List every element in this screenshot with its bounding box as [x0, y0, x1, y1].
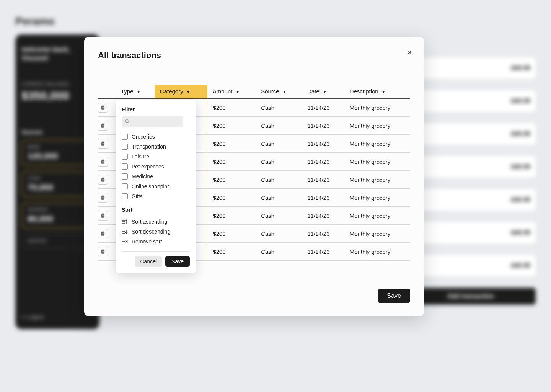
txn-row[interactable]: -$40.99 [406, 156, 536, 178]
col-header-amount[interactable]: Amount ▼ [207, 85, 256, 99]
txn-row[interactable]: -$40.99 [406, 123, 536, 145]
logout-button[interactable]: ↩ Logout [21, 314, 44, 320]
source-name: BANK [28, 144, 87, 150]
filter-option[interactable]: Transportation [122, 142, 190, 152]
filter-option[interactable]: Pet expenses [122, 162, 190, 172]
source-amount: 80,000 [28, 214, 87, 224]
filter-icon: ▼ [186, 90, 191, 94]
source-card-savings[interactable]: SAVINGS 80,000 [21, 203, 93, 229]
txn-row[interactable]: -$40.99 [406, 189, 536, 211]
source-card-bank[interactable]: BANK 120,000 [21, 140, 93, 166]
sort-asc-label: Sort ascending [132, 219, 167, 225]
txn-row[interactable]: -$40.99 [406, 57, 536, 79]
checkbox[interactable] [122, 193, 128, 199]
cell-description: Monthly grocery [344, 207, 410, 225]
filter-option-label: Pet expenses [132, 163, 164, 170]
checkbox[interactable] [122, 144, 128, 150]
delete-row-button[interactable] [98, 175, 108, 185]
sort-ascending-option[interactable]: Sort ascending [122, 217, 190, 227]
txn-amount: -$40.99 [510, 131, 530, 137]
close-icon: ✕ [407, 49, 412, 56]
cell-description: Monthly grocery [344, 117, 410, 135]
checkbox[interactable] [122, 134, 128, 140]
filter-option[interactable]: Leisure [122, 152, 190, 162]
svg-point-45 [126, 120, 129, 123]
sort-descending-option[interactable]: Sort descending [122, 227, 190, 237]
sort-remove-option[interactable]: Remove sort [122, 237, 190, 247]
close-button[interactable]: ✕ [407, 48, 412, 57]
delete-row-button[interactable] [98, 211, 108, 220]
filter-option-label: Gifts [132, 193, 143, 199]
delete-row-button[interactable] [98, 121, 108, 131]
sort-desc-icon [122, 229, 128, 234]
cell-source: Cash [256, 189, 302, 207]
delete-row-button[interactable] [98, 193, 108, 203]
cell-amount: $200 [207, 135, 256, 153]
modal-save-button[interactable]: Save [378, 289, 410, 303]
balance-amount: $350,000 [21, 89, 93, 102]
search-icon [125, 119, 129, 125]
delete-row-button[interactable] [98, 157, 108, 167]
svg-line-46 [128, 122, 129, 123]
sort-heading: Sort [122, 207, 190, 213]
svg-rect-40 [102, 250, 104, 253]
cell-source: Cash [256, 243, 302, 261]
source-name: CRYPTO [28, 238, 87, 244]
cell-source: Cash [256, 171, 302, 189]
filter-option-label: Groceries [132, 134, 155, 140]
source-card-crypto[interactable]: CRYPTO [21, 234, 93, 248]
filter-option[interactable]: Online shopping [122, 181, 190, 191]
delete-row-button[interactable] [98, 139, 108, 149]
col-header-date[interactable]: Date ▼ [302, 85, 344, 99]
svg-rect-30 [102, 214, 104, 217]
col-header-category[interactable]: Category ▼ [155, 85, 207, 99]
welcome-text: welcome back, Vincent! [21, 45, 93, 63]
txn-row[interactable]: -$40.99 [406, 90, 536, 112]
svg-rect-15 [102, 160, 104, 163]
txn-row[interactable]: -$40.99 [406, 255, 536, 276]
filter-option[interactable]: Medicine [122, 172, 190, 181]
checkbox[interactable] [122, 154, 128, 160]
transactions-table-wrap: Type ▼ Category ▼ Amount ▼ Source ▼ [98, 85, 410, 261]
delete-row-button[interactable] [98, 229, 108, 238]
checkbox[interactable] [122, 183, 128, 189]
save-button[interactable]: Save [165, 256, 190, 267]
delete-row-button[interactable] [98, 247, 108, 256]
delete-row-button[interactable] [98, 103, 108, 113]
sort-asc-icon [122, 219, 128, 224]
txn-row[interactable]: -$40.99 [406, 222, 536, 243]
txn-amount: -$40.99 [510, 196, 530, 203]
cell-date: 11/14/23 [302, 153, 344, 171]
source-amount: 120,000 [28, 151, 87, 161]
sort-remove-label: Remove sort [132, 238, 162, 245]
filter-search-input[interactable] [122, 116, 183, 127]
col-header-source[interactable]: Source ▼ [256, 85, 302, 99]
source-card-cash[interactable]: CASH 70,000 [21, 171, 93, 197]
trash-icon [100, 177, 106, 182]
cancel-button[interactable]: Cancel [135, 256, 162, 267]
filter-option[interactable]: Gifts [122, 191, 190, 201]
txn-amount: -$40.99 [510, 262, 530, 269]
svg-rect-20 [102, 178, 104, 181]
cell-description: Monthly grocery [344, 171, 410, 189]
filter-icon: ▼ [323, 90, 327, 94]
filter-option[interactable]: Groceries [122, 132, 190, 142]
txn-amount: -$40.99 [510, 163, 530, 170]
cell-source: Cash [256, 225, 302, 243]
checkbox[interactable] [122, 173, 128, 180]
checkbox[interactable] [122, 163, 128, 170]
col-header-type[interactable]: Type ▼ [116, 85, 155, 99]
welcome-line1: welcome back, [21, 46, 70, 53]
transactions-panel: -$40.99 -$40.99 -$40.99 -$40.99 -$40.99 … [406, 57, 536, 305]
col-label: Amount [213, 88, 233, 95]
cell-description: Monthly grocery [344, 99, 410, 117]
col-header-description[interactable]: Description ▼ [344, 85, 410, 99]
trash-icon [100, 159, 106, 164]
add-transaction-button[interactable]: Add transaction [406, 288, 536, 305]
trash-icon [100, 249, 106, 254]
all-transactions-modal: All transactions ✕ Type ▼ Category ▼ Am [84, 37, 424, 316]
cell-date: 11/14/23 [302, 117, 344, 135]
filter-option-label: Online shopping [132, 183, 170, 189]
cell-date: 11/14/23 [302, 243, 344, 261]
trash-icon [100, 213, 106, 218]
